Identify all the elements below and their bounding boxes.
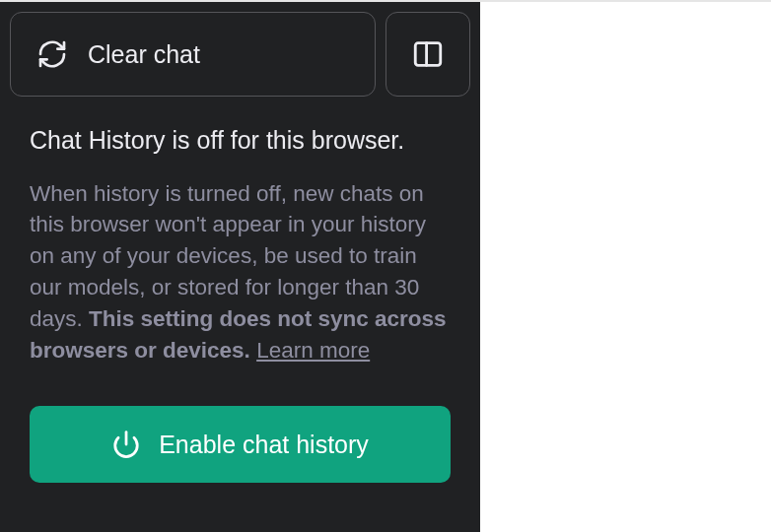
power-icon xyxy=(111,430,141,459)
enable-chat-history-button[interactable]: Enable chat history xyxy=(30,406,451,483)
history-off-info: Chat History is off for this browser. Wh… xyxy=(10,124,470,366)
refresh-icon xyxy=(36,38,68,70)
info-body-bold: This setting does not sync across browse… xyxy=(30,306,447,363)
main-content xyxy=(480,2,771,532)
info-title: Chat History is off for this browser. xyxy=(30,124,451,157)
clear-chat-button[interactable]: Clear chat xyxy=(10,12,376,97)
clear-chat-label: Clear chat xyxy=(88,40,200,69)
toggle-sidebar-button[interactable] xyxy=(386,12,470,97)
info-body: When history is turned off, new chats on… xyxy=(30,178,451,367)
enable-button-label: Enable chat history xyxy=(159,431,369,459)
learn-more-link[interactable]: Learn more xyxy=(256,338,370,363)
viewport: Clear chat Chat History is off for this … xyxy=(0,0,771,532)
sidebar: Clear chat Chat History is off for this … xyxy=(0,2,480,532)
top-button-row: Clear chat xyxy=(10,12,470,97)
panel-icon xyxy=(411,37,445,71)
